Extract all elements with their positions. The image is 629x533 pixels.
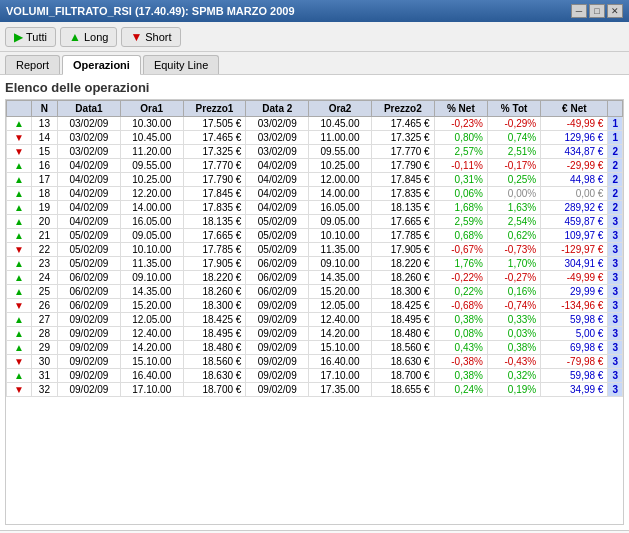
cell-ptot: 0,74%: [487, 131, 540, 145]
cell-p2: 17.465 €: [371, 117, 434, 131]
table-row[interactable]: ▲ 23 05/02/09 11.35.00 17.905 € 06/02/09…: [7, 257, 623, 271]
cell-n: 29: [31, 341, 57, 355]
cell-enet: 5,00 €: [541, 327, 608, 341]
table-row[interactable]: ▼ 26 06/02/09 15.20.00 18.300 € 09/02/09…: [7, 299, 623, 313]
cell-ptot: 0,16%: [487, 285, 540, 299]
table-row[interactable]: ▲ 18 04/02/09 12.20.00 17.845 € 04/02/09…: [7, 187, 623, 201]
cell-arrow: ▲: [7, 327, 32, 341]
cell-ptot: -0,17%: [487, 159, 540, 173]
cell-ptot: 0,19%: [487, 383, 540, 397]
table-row[interactable]: ▼ 32 09/02/09 17.10.00 18.700 € 09/02/09…: [7, 383, 623, 397]
cell-d2: 04/02/09: [246, 173, 309, 187]
cell-pnet: 0,38%: [434, 369, 487, 383]
table-row[interactable]: ▲ 28 09/02/09 12.40.00 18.495 € 09/02/09…: [7, 327, 623, 341]
tab-operazioni[interactable]: Operazioni: [62, 55, 141, 75]
cell-o1: 09.55.00: [120, 159, 183, 173]
table-row[interactable]: ▲ 19 04/02/09 14.00.00 17.835 € 04/02/09…: [7, 201, 623, 215]
cell-o2: 12.05.00: [309, 299, 372, 313]
table-row[interactable]: ▲ 21 05/02/09 09.05.00 17.665 € 05/02/09…: [7, 229, 623, 243]
title-bar: VOLUMI_FILTRATO_RSI (17.40.49): SPMB MAR…: [0, 0, 629, 22]
cell-arrow: ▼: [7, 131, 32, 145]
cell-ptot: 0,00%: [487, 187, 540, 201]
cell-enet: -134,96 €: [541, 299, 608, 313]
cell-arrow: ▲: [7, 341, 32, 355]
maximize-button[interactable]: □: [589, 4, 605, 18]
table-row[interactable]: ▲ 17 04/02/09 10.25.00 17.790 € 04/02/09…: [7, 173, 623, 187]
table-container[interactable]: N Data1 Ora1 Prezzo1 Data 2 Ora2 Prezzo2…: [5, 99, 624, 525]
cell-n: 27: [31, 313, 57, 327]
cell-ptot: 1,63%: [487, 201, 540, 215]
col-ora1: Ora1: [120, 101, 183, 117]
table-row[interactable]: ▲ 27 09/02/09 12.05.00 18.425 € 09/02/09…: [7, 313, 623, 327]
cell-pnet: -0,11%: [434, 159, 487, 173]
cell-p2: 17.665 €: [371, 215, 434, 229]
content-area: Elenco delle operazioni N Data1 Ora1 Pre…: [0, 75, 629, 530]
tab-report[interactable]: Report: [5, 55, 60, 74]
cell-arrow: ▲: [7, 271, 32, 285]
table-row[interactable]: ▼ 14 03/02/09 10.45.00 17.465 € 03/02/09…: [7, 131, 623, 145]
table-row[interactable]: ▲ 25 06/02/09 14.35.00 18.260 € 06/02/09…: [7, 285, 623, 299]
cell-group: 3: [608, 257, 623, 271]
cell-d1: 09/02/09: [58, 369, 121, 383]
cell-arrow: ▼: [7, 383, 32, 397]
close-button[interactable]: ✕: [607, 4, 623, 18]
tutti-button[interactable]: ▶ Tutti: [5, 27, 56, 47]
cell-ptot: 2,51%: [487, 145, 540, 159]
cell-d1: 06/02/09: [58, 271, 121, 285]
cell-p1: 17.790 €: [183, 173, 246, 187]
long-label: Long: [84, 31, 108, 43]
table-row[interactable]: ▲ 20 04/02/09 16.05.00 18.135 € 05/02/09…: [7, 215, 623, 229]
cell-arrow: ▲: [7, 173, 32, 187]
cell-o1: 11.35.00: [120, 257, 183, 271]
cell-d1: 05/02/09: [58, 229, 121, 243]
cell-d1: 03/02/09: [58, 131, 121, 145]
cell-o2: 17.10.00: [309, 369, 372, 383]
table-row[interactable]: ▼ 30 09/02/09 15.10.00 18.560 € 09/02/09…: [7, 355, 623, 369]
cell-ptot: 0,25%: [487, 173, 540, 187]
table-row[interactable]: ▼ 15 03/02/09 11.20.00 17.325 € 03/02/09…: [7, 145, 623, 159]
cell-o1: 10.45.00: [120, 131, 183, 145]
cell-d2: 09/02/09: [246, 369, 309, 383]
cell-p1: 17.770 €: [183, 159, 246, 173]
table-row[interactable]: ▲ 29 09/02/09 14.20.00 18.480 € 09/02/09…: [7, 341, 623, 355]
cell-p1: 18.700 €: [183, 383, 246, 397]
cell-n: 17: [31, 173, 57, 187]
long-button[interactable]: ▲ Long: [60, 27, 117, 47]
cell-pnet: 0,38%: [434, 313, 487, 327]
table-row[interactable]: ▲ 13 03/02/09 10.30.00 17.505 € 03/02/09…: [7, 117, 623, 131]
cell-d2: 09/02/09: [246, 355, 309, 369]
cell-p1: 17.905 €: [183, 257, 246, 271]
table-row[interactable]: ▲ 16 04/02/09 09.55.00 17.770 € 04/02/09…: [7, 159, 623, 173]
cell-ptot: 0,03%: [487, 327, 540, 341]
cell-group: 2: [608, 187, 623, 201]
cell-p1: 17.835 €: [183, 201, 246, 215]
cell-enet: 304,91 €: [541, 257, 608, 271]
table-row[interactable]: ▲ 24 06/02/09 09.10.00 18.220 € 06/02/09…: [7, 271, 623, 285]
cell-o1: 15.10.00: [120, 355, 183, 369]
cell-d1: 04/02/09: [58, 215, 121, 229]
cell-enet: 34,99 €: [541, 383, 608, 397]
cell-group: 3: [608, 299, 623, 313]
tab-equity-line[interactable]: Equity Line: [143, 55, 219, 74]
cell-o2: 15.10.00: [309, 341, 372, 355]
cell-d2: 05/02/09: [246, 229, 309, 243]
cell-group: 1: [608, 131, 623, 145]
table-row[interactable]: ▼ 22 05/02/09 10.10.00 17.785 € 05/02/09…: [7, 243, 623, 257]
cell-p2: 17.770 €: [371, 145, 434, 159]
cell-n: 20: [31, 215, 57, 229]
cell-group: 3: [608, 313, 623, 327]
cell-d1: 03/02/09: [58, 145, 121, 159]
table-row[interactable]: ▲ 31 09/02/09 16.40.00 18.630 € 09/02/09…: [7, 369, 623, 383]
cell-p2: 18.630 €: [371, 355, 434, 369]
cell-o1: 12.40.00: [120, 327, 183, 341]
cell-p2: 17.905 €: [371, 243, 434, 257]
cell-d2: 03/02/09: [246, 117, 309, 131]
cell-pnet: 1,76%: [434, 257, 487, 271]
cell-p1: 18.135 €: [183, 215, 246, 229]
minimize-button[interactable]: ─: [571, 4, 587, 18]
cell-ptot: 2,54%: [487, 215, 540, 229]
cell-group: 2: [608, 145, 623, 159]
cell-p1: 18.630 €: [183, 369, 246, 383]
short-button[interactable]: ▼ Short: [121, 27, 180, 47]
cell-p2: 17.785 €: [371, 229, 434, 243]
